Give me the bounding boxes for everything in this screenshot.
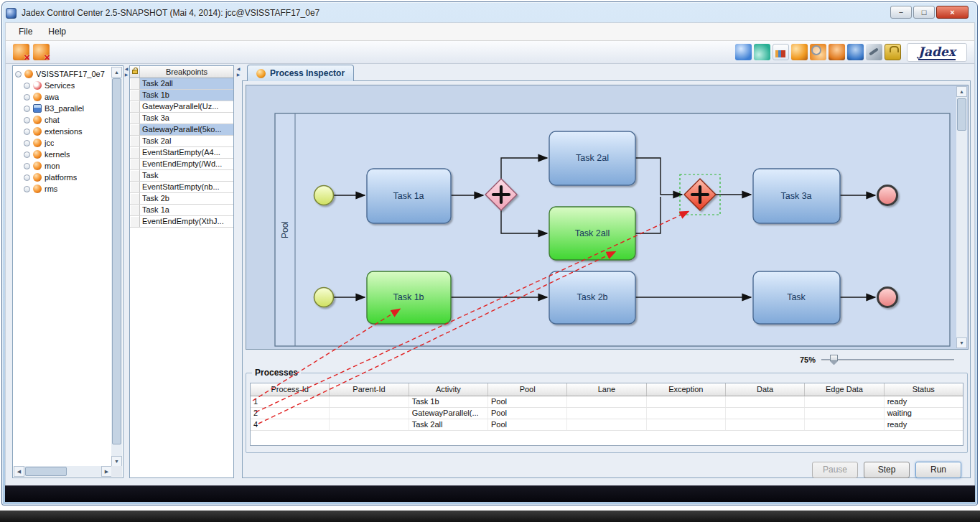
breakpoint-row[interactable]: EventEndEmpty(/Wd... — [130, 159, 233, 170]
process-cell[interactable] — [330, 396, 409, 407]
zoom-slider-track[interactable] — [821, 359, 954, 360]
scroll-up-icon[interactable]: ▲ — [111, 67, 122, 78]
breakpoint-row[interactable]: Task 2b — [130, 193, 233, 205]
zoom-slider[interactable] — [821, 354, 954, 365]
breakpoint-row[interactable]: Task 2all — [130, 78, 233, 90]
column-header[interactable]: Lane — [567, 383, 646, 396]
awareness-icon[interactable] — [754, 44, 770, 60]
pause-button[interactable]: Pause — [812, 462, 858, 478]
breakpoint-checkbox[interactable] — [130, 147, 140, 158]
process-cell[interactable]: Pool — [488, 419, 567, 430]
tree-expand-handle-icon[interactable] — [24, 106, 30, 112]
menu-file[interactable]: File — [11, 24, 39, 39]
tree-item-jcc[interactable]: jcc — [13, 137, 123, 149]
close-button[interactable]: × — [936, 6, 969, 19]
tree-item-rms[interactable]: rms — [13, 183, 123, 195]
tree-expand-handle-icon[interactable] — [24, 186, 30, 192]
breakpoint-row[interactable]: Task 1b — [130, 90, 233, 101]
menu-help[interactable]: Help — [41, 24, 73, 39]
scroll-right-icon[interactable]: ▶ — [101, 466, 112, 477]
new-platform-icon[interactable] — [13, 44, 29, 60]
tree-item-services[interactable]: Services — [13, 80, 123, 91]
breakpoint-row[interactable]: EventEndEmpty(XthJ... — [130, 216, 233, 228]
process-row[interactable]: 1 Task 1b Pool ready — [251, 396, 963, 408]
wrench-icon[interactable] — [866, 44, 882, 60]
tree-item-platforms[interactable]: platforms — [13, 172, 123, 183]
titlebar[interactable]: Jadex Control Center 2.5-SNAPSHOT (Mai 4… — [6, 5, 974, 21]
breakpoint-checkbox[interactable] — [130, 78, 140, 89]
column-header[interactable]: Data — [726, 383, 805, 396]
splitter-1[interactable]: ◀ ▶ — [123, 67, 129, 78]
process-cell[interactable]: ready — [885, 419, 963, 430]
breakpoint-checkbox[interactable] — [130, 113, 140, 123]
process-row[interactable]: 2 GatewayParallel(... Pool waiting — [251, 408, 963, 419]
process-cell[interactable] — [726, 396, 805, 407]
scrollbar-thumb[interactable] — [957, 98, 966, 131]
collapse-right-icon[interactable]: ▶ — [235, 73, 241, 78]
process-cell[interactable] — [805, 408, 884, 419]
process-cell[interactable] — [647, 396, 726, 407]
process-cell[interactable]: 4 — [251, 419, 330, 430]
run-button[interactable]: Run — [915, 462, 961, 478]
scroll-left-icon[interactable]: ◀ — [14, 466, 24, 477]
collapse-left-icon[interactable]: ◀ — [235, 67, 241, 72]
zoom-slider-thumb[interactable] — [830, 355, 838, 361]
breakpoint-row[interactable]: Task 2al — [130, 136, 233, 147]
tree-item-extensions[interactable]: extensions — [13, 126, 123, 137]
processes-table[interactable]: Process-Id Parent-Id Activity Pool Lane … — [250, 383, 963, 446]
maximize-button[interactable]: □ — [913, 6, 935, 19]
process-cell[interactable]: Pool — [488, 396, 567, 407]
tree-vertical-scrollbar[interactable]: ▲ ▼ — [111, 67, 122, 467]
agents-icon[interactable] — [829, 44, 845, 60]
breakpoint-row[interactable]: Task 3a — [130, 113, 233, 124]
components-icon[interactable] — [791, 44, 808, 60]
end-event-2[interactable] — [878, 288, 897, 307]
conversation-icon[interactable] — [847, 44, 864, 60]
tree-expand-handle-icon[interactable] — [24, 174, 30, 181]
column-header[interactable]: Exception — [647, 383, 726, 396]
scroll-up-icon[interactable]: ▲ — [956, 86, 967, 97]
breakpoint-checkbox[interactable] — [130, 193, 140, 204]
breakpoint-row[interactable]: EventStartEmpty(nb... — [130, 182, 233, 193]
breakpoint-checkbox[interactable] — [130, 136, 140, 146]
process-cell[interactable] — [330, 419, 409, 430]
scroll-down-icon[interactable]: ▼ — [956, 337, 967, 348]
splitter-2[interactable]: ◀ ▶ — [235, 67, 241, 78]
process-cell[interactable] — [567, 419, 646, 430]
process-row[interactable]: 4 Task 2all Pool ready — [251, 419, 963, 431]
breakpoint-row[interactable]: Task 1a — [130, 205, 233, 216]
tree-item-b3-parallel[interactable]: B3_parallel — [13, 103, 123, 114]
tree-item-kernels[interactable]: kernels — [13, 149, 123, 160]
tree-expand-handle-icon[interactable] — [24, 117, 30, 123]
tree-item-root[interactable]: VSISSTAFF17_0e7 — [13, 68, 123, 80]
collapse-left-icon[interactable]: ◀ — [123, 67, 129, 72]
process-cell[interactable]: Task 2all — [409, 419, 488, 430]
tree-expand-handle-icon[interactable] — [15, 71, 22, 78]
process-cell[interactable] — [330, 408, 409, 419]
breakpoint-checkbox[interactable] — [130, 90, 140, 101]
start-event-1[interactable] — [314, 186, 334, 205]
tree-item-mon[interactable]: mon — [13, 160, 123, 172]
column-header[interactable]: Activity — [409, 383, 488, 396]
scrollbar-thumb[interactable] — [112, 78, 121, 444]
process-cell[interactable] — [805, 396, 884, 407]
minimize-button[interactable]: − — [890, 6, 912, 19]
process-cell[interactable]: GatewayParallel(... — [409, 408, 488, 419]
tree-expand-handle-icon[interactable] — [24, 94, 30, 101]
scrollbar-thumb[interactable] — [25, 467, 67, 476]
process-cell[interactable] — [805, 419, 884, 430]
breakpoint-checkbox[interactable] — [130, 170, 140, 181]
breakpoint-checkbox[interactable] — [130, 182, 140, 192]
column-header[interactable]: Edge Data — [805, 383, 884, 396]
scroll-down-icon[interactable]: ▼ — [111, 456, 122, 467]
column-header[interactable]: Process-Id — [251, 383, 330, 396]
process-cell[interactable]: waiting — [885, 408, 963, 419]
process-cell[interactable]: 2 — [251, 408, 330, 419]
tree-expand-handle-icon[interactable] — [24, 129, 30, 135]
process-cell[interactable] — [567, 408, 646, 419]
column-header[interactable]: Parent-Id — [330, 383, 409, 396]
starter-icon[interactable] — [735, 44, 752, 60]
tree-expand-handle-icon[interactable] — [24, 140, 30, 146]
process-cell[interactable]: Pool — [488, 408, 567, 419]
tree-item-awa[interactable]: awa — [13, 91, 123, 103]
